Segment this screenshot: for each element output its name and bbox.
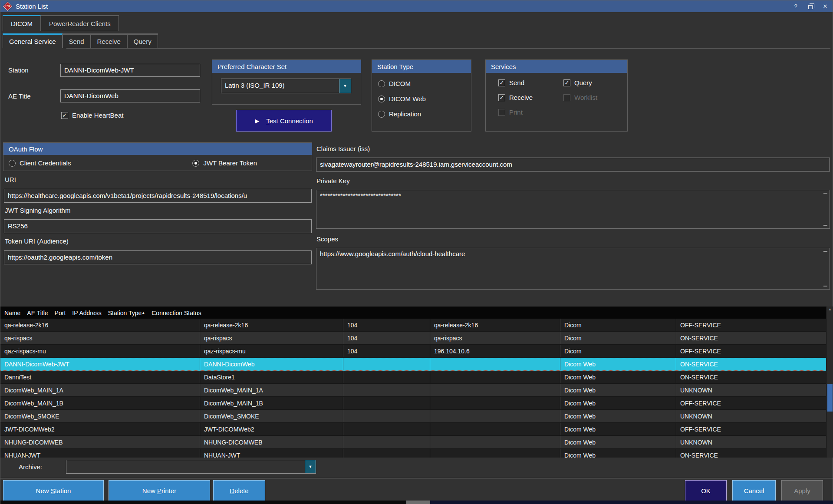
table-row[interactable]: NHUAN-JWT NHUAN-JWT Dicom Web ON-SERVICE — [0, 449, 826, 458]
sort-ascending-icon: ▲ — [142, 311, 145, 315]
station-type-radio[interactable]: DICOM Web — [378, 95, 471, 102]
claims-issuer-label: Claims Issuer (iss) — [316, 145, 370, 152]
table-row[interactable]: NHUNG-DICOMWEB NHUNG-DICOMWEB Dicom Web … — [0, 436, 826, 449]
main-tab-strip: DICOMPowerReader Clients — [3, 15, 119, 31]
play-icon: ▶ — [255, 118, 259, 124]
uri-input[interactable]: https://healthcare.googleapis.com/v1beta… — [4, 189, 312, 203]
radio-icon — [192, 160, 199, 167]
title-bar: PR Station List ? ✕ — [0, 0, 833, 12]
service-tab[interactable]: Send — [63, 33, 91, 48]
table-row[interactable]: qa-release-2k16 qa-release-2k16 104 qa-r… — [0, 319, 826, 332]
checkbox-icon — [498, 109, 505, 116]
oauth-flow-group: OAuth Flow Client Credentials JWT Bearer… — [3, 142, 312, 171]
token-uri-input[interactable]: https://oauth2.googleapis.com/token — [4, 250, 312, 264]
bottom-edge — [0, 501, 833, 504]
table-row[interactable]: DicomWeb_SMOKE DicomWeb_SMOKE Dicom Web … — [0, 410, 826, 423]
service-tab[interactable]: General Service — [3, 33, 63, 48]
station-type-group-header: Station Type — [372, 60, 471, 73]
service-tab[interactable]: Receive — [91, 33, 127, 48]
claims-issuer-input[interactable]: sivagatewayrouter@rapidresults-248519.ia… — [316, 158, 830, 171]
window-title: Station List — [16, 3, 48, 10]
help-button[interactable]: ? — [788, 0, 803, 12]
station-type-radio[interactable]: Replication — [378, 110, 471, 118]
close-button[interactable]: ✕ — [818, 0, 833, 12]
scopes-label: Scopes — [316, 235, 338, 243]
main-tab[interactable]: DICOM — [3, 15, 41, 31]
radio-icon — [378, 80, 385, 87]
radio-icon — [9, 160, 16, 167]
station-type-group: Station Type DICOM DICOM Web Replication — [372, 59, 471, 132]
chevron-down-icon[interactable]: ▼ — [339, 79, 351, 93]
column-header[interactable]: Name — [0, 307, 23, 319]
station-type-radio[interactable]: DICOM — [378, 80, 471, 87]
station-table-header: Name AE Title Port IP Address Station Ty… — [0, 307, 826, 319]
textarea-scrollbar[interactable] — [822, 191, 829, 228]
app-icon: PR — [2, 1, 13, 12]
restore-button[interactable] — [803, 0, 818, 12]
scroll-up-icon[interactable]: ▲ — [826, 307, 833, 311]
column-header[interactable]: IP Address — [68, 307, 104, 319]
private-key-textarea[interactable]: ******************************** — [316, 190, 830, 229]
test-connection-button[interactable]: ▶ Test Connection — [236, 110, 332, 132]
column-header[interactable]: Port — [51, 307, 69, 319]
new-printer-button[interactable]: New Printer — [109, 480, 210, 501]
enable-heartbeat-checkbox[interactable]: Enable HeartBeat — [61, 112, 123, 119]
checkbox-icon — [498, 94, 505, 101]
table-row[interactable]: DicomWeb_MAIN_1B DicomWeb_MAIN_1B Dicom … — [0, 397, 826, 410]
cancel-button[interactable]: Cancel — [732, 480, 776, 501]
restore-icon — [808, 5, 813, 9]
table-row[interactable]: JWT-DICOMWeb2 JWT-DICOMWeb2 Dicom Web OF… — [0, 423, 826, 436]
oauth-flow-radio[interactable]: JWT Bearer Token — [192, 159, 257, 167]
ok-button[interactable]: OK — [685, 480, 727, 501]
archive-combobox[interactable]: ▼ — [66, 460, 316, 474]
delete-button[interactable]: Delete — [213, 480, 265, 501]
column-header[interactable]: AE Title — [23, 307, 50, 319]
column-header[interactable]: Station Type ▲ — [104, 307, 148, 319]
table-row[interactable]: DANNI-DicomWeb-JWT DANNI-DicomWeb Dicom … — [0, 358, 826, 371]
ae-title-label: AE Title — [8, 92, 31, 100]
station-label: Station — [8, 66, 29, 74]
service-checkbox[interactable]: Send — [498, 79, 563, 86]
services-group-header: Services — [486, 60, 627, 73]
service-tab[interactable]: Query — [127, 33, 158, 48]
new-station-button[interactable]: New Station — [3, 480, 104, 501]
service-checkbox[interactable]: Receive — [498, 94, 563, 101]
table-row[interactable]: qa-rispacs qa-rispacs 104 qa-rispacs Dic… — [0, 332, 826, 345]
checkbox-icon — [563, 94, 570, 101]
radio-icon — [378, 111, 385, 118]
checkbox-icon — [498, 79, 505, 86]
checkbox-icon — [61, 112, 68, 119]
apply-button[interactable]: Apply — [781, 480, 823, 501]
tab-page-border — [66, 48, 830, 49]
ae-title-input[interactable]: DANNI-DicomWeb — [60, 89, 200, 102]
services-group: Services Send Query Receive Worklist Pri… — [485, 59, 628, 132]
charset-combobox[interactable]: Latin 3 (ISO_IR 109) ▼ — [221, 79, 351, 93]
service-checkbox[interactable]: Print — [498, 109, 563, 116]
oauth-flow-group-header: OAuth Flow — [3, 143, 312, 155]
service-checkbox[interactable]: Worklist — [563, 94, 629, 101]
token-uri-label: Token URI (Audience) — [5, 237, 69, 245]
archive-label: Archive: — [19, 463, 42, 471]
station-list-window: PR Station List ? ✕ DICOMPowerReader Cli… — [0, 0, 833, 504]
column-header[interactable]: Connection Status — [148, 307, 204, 319]
uri-label: URI — [5, 176, 16, 183]
textarea-scrollbar[interactable] — [822, 249, 829, 289]
chevron-down-icon[interactable]: ▼ — [305, 460, 316, 473]
charset-group-header: Preferred Character Set — [212, 60, 361, 73]
checkbox-icon — [563, 79, 570, 86]
main-tab[interactable]: PowerReader Clients — [41, 15, 119, 31]
service-checkbox[interactable]: Query — [563, 79, 629, 86]
private-key-label: Private Key — [316, 177, 350, 184]
oauth-flow-radio[interactable]: Client Credentials — [9, 159, 71, 167]
station-table-body: qa-release-2k16 qa-release-2k16 104 qa-r… — [0, 319, 826, 458]
station-table: Name AE Title Port IP Address Station Ty… — [0, 306, 826, 458]
station-input[interactable]: DANNI-DicomWeb-JWT — [60, 64, 200, 77]
scrollbar-thumb[interactable] — [827, 384, 833, 412]
table-row[interactable]: DicomWeb_MAIN_1A DicomWeb_MAIN_1A Dicom … — [0, 384, 826, 397]
table-row[interactable]: DanniTest DataStore1 Dicom Web ON-SERVIC… — [0, 371, 826, 384]
scopes-textarea[interactable]: https://www.googleapis.com/auth/cloud-he… — [316, 248, 830, 290]
table-scrollbar[interactable]: ▲ — [826, 306, 833, 458]
jwt-alg-input[interactable]: RS256 — [4, 219, 312, 233]
table-row[interactable]: qaz-rispacs-mu qaz-rispacs-mu 104 196.10… — [0, 345, 826, 358]
jwt-alg-label: JWT Signing Algorithm — [5, 207, 70, 214]
